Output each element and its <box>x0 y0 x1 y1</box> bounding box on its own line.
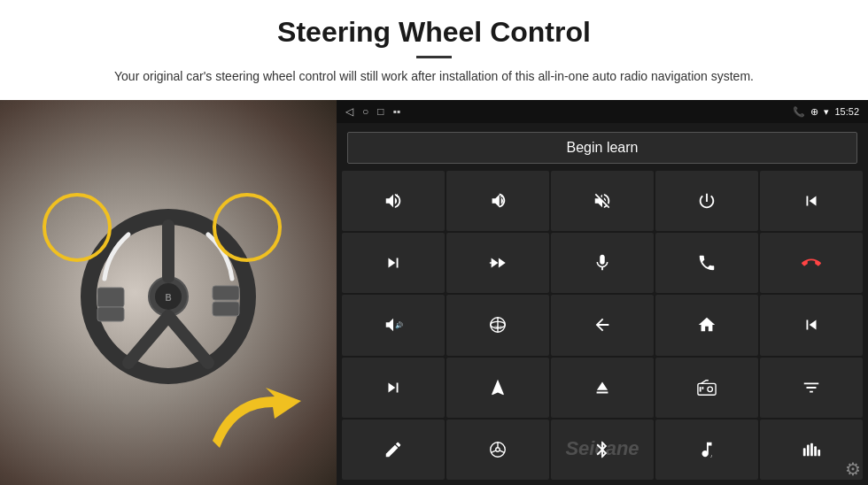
svg-rect-32 <box>814 446 817 456</box>
vol-down-button[interactable]: - <box>446 171 549 231</box>
back-button[interactable] <box>551 295 654 355</box>
content-area: B ◁ ○ □ ▪▪ <box>0 100 868 485</box>
begin-learn-row: Begin learn <box>337 123 868 171</box>
nav-button[interactable] <box>446 358 549 418</box>
hang-up-button[interactable] <box>760 233 863 293</box>
svg-line-27 <box>491 450 496 453</box>
radio-button[interactable] <box>655 358 758 418</box>
prev-track-button[interactable] <box>760 171 863 231</box>
equalizer-button[interactable] <box>760 358 863 418</box>
car-image-section: B <box>0 100 337 485</box>
eject-button[interactable] <box>551 358 654 418</box>
status-bar: ◁ ○ □ ▪▪ 📞 ⊕ ▾ 15:52 <box>337 100 868 123</box>
svg-point-20 <box>708 387 713 392</box>
svg-rect-30 <box>807 444 810 456</box>
phone-status-icon: 📞 <box>793 106 805 118</box>
clock: 15:52 <box>834 106 859 117</box>
head-unit: ◁ ○ □ ▪▪ 📞 ⊕ ▾ 15:52 Begin learn <box>337 100 868 485</box>
svg-rect-8 <box>213 302 239 316</box>
phone-button[interactable] <box>655 233 758 293</box>
wifi-status-icon: ▾ <box>824 106 829 118</box>
header-section: Steering Wheel Control Your original car… <box>0 0 868 95</box>
skip-fwd-button[interactable] <box>342 358 445 418</box>
power-button[interactable] <box>655 171 758 231</box>
skip-back-button[interactable] <box>760 295 863 355</box>
svg-line-4 <box>168 316 208 363</box>
svg-rect-6 <box>97 307 124 321</box>
home-button[interactable] <box>655 295 758 355</box>
icon-grid: + - <box>337 171 868 485</box>
vol-up-button[interactable]: + <box>342 171 445 231</box>
svg-text:🔊: 🔊 <box>395 321 403 329</box>
view360-button[interactable]: 360° <box>446 295 549 355</box>
music-button[interactable]: ♪ <box>655 420 758 480</box>
svg-text:-: - <box>500 193 502 199</box>
highlight-right <box>213 193 282 262</box>
back-nav-icon[interactable]: ◁ <box>345 105 353 118</box>
mic-button[interactable] <box>551 233 654 293</box>
svg-text:+: + <box>396 193 399 199</box>
notification-icon: ▪▪ <box>393 105 401 118</box>
page-wrapper: Steering Wheel Control Your original car… <box>0 0 868 485</box>
bluetooth-button[interactable] <box>551 420 654 480</box>
mute-button[interactable] <box>551 171 654 231</box>
status-right: 📞 ⊕ ▾ 15:52 <box>793 106 859 118</box>
settings-gear-icon[interactable]: ⚙ <box>845 458 861 480</box>
svg-text:B: B <box>165 293 171 303</box>
svg-rect-7 <box>213 286 239 300</box>
location-status-icon: ⊕ <box>810 106 818 118</box>
title-divider <box>416 56 452 58</box>
svg-rect-5 <box>97 288 124 307</box>
svg-text:♪: ♪ <box>710 453 713 458</box>
pen-button[interactable] <box>342 420 445 480</box>
svg-rect-29 <box>803 448 806 456</box>
svg-line-26 <box>500 450 505 453</box>
subtitle: Your original car's steering wheel contr… <box>89 67 779 86</box>
steering-button[interactable] <box>446 420 549 480</box>
status-left: ◁ ○ □ ▪▪ <box>345 105 400 118</box>
next-button[interactable] <box>342 233 445 293</box>
highlight-left <box>43 193 112 262</box>
svg-text:360°: 360° <box>494 326 503 330</box>
svg-rect-31 <box>810 443 813 457</box>
svg-point-24 <box>496 448 500 452</box>
page-title: Steering Wheel Control <box>53 16 815 49</box>
home-nav-icon[interactable]: ○ <box>362 105 368 118</box>
svg-line-3 <box>128 316 168 363</box>
ff-button[interactable] <box>446 233 549 293</box>
speaker-button[interactable]: 🔊 <box>342 295 445 355</box>
svg-rect-33 <box>818 450 820 456</box>
arrow-overlay <box>204 388 319 458</box>
recents-nav-icon[interactable]: □ <box>377 105 384 118</box>
begin-learn-button[interactable]: Begin learn <box>347 132 857 164</box>
